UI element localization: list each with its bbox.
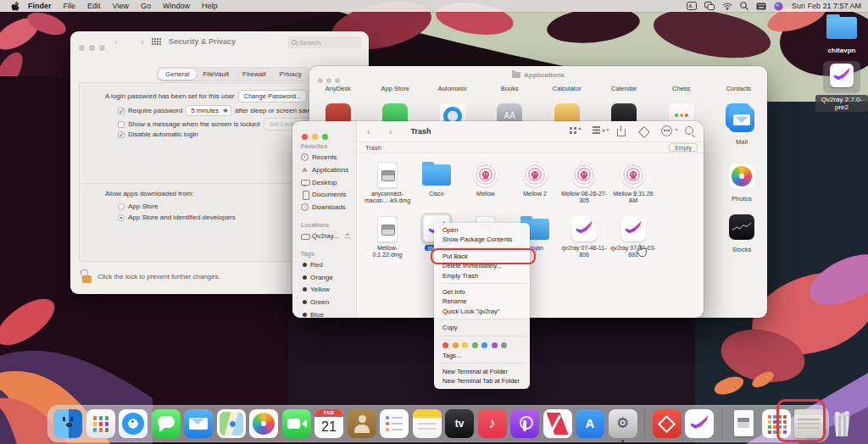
search-field[interactable]: Search xyxy=(287,36,362,48)
input-source-icon[interactable] xyxy=(687,2,697,10)
dock-icon-dmg-document[interactable] xyxy=(729,409,758,438)
share-icon[interactable] xyxy=(615,125,626,136)
menubar-clock[interactable]: Sun Feb 21 7:57 AM xyxy=(792,2,861,10)
menu-item-edit[interactable]: Edit xyxy=(87,2,101,10)
dock-icon-news[interactable] xyxy=(543,409,572,438)
file-cisco[interactable]: Cisco xyxy=(412,160,461,197)
file-mellow[interactable]: Mellow xyxy=(461,160,510,197)
dock-icon-photos[interactable] xyxy=(249,409,278,438)
context-menu-item-copy[interactable]: Copy xyxy=(434,323,530,332)
tag-color-dot[interactable] xyxy=(492,342,498,348)
sidebar-item-yellow[interactable]: Yellow xyxy=(301,286,330,293)
context-menu-item-open[interactable]: Open xyxy=(434,225,530,235)
dock-icon-minimized-window[interactable] xyxy=(794,409,823,438)
file-qv2ray-07-48-11-806[interactable]: qv2ray 07-48-11-806 xyxy=(559,214,609,258)
menu-item-window[interactable]: Window xyxy=(163,2,190,10)
tab-privacy[interactable]: Privacy xyxy=(273,69,309,80)
context-menu-item-show-package-contents[interactable]: Show Package Contents xyxy=(434,235,530,244)
zoom-button[interactable] xyxy=(99,45,105,51)
file-mellow-0-1-22-dmg[interactable]: Mellow-0.1.22.dmg xyxy=(363,214,412,258)
spotlight-icon[interactable] xyxy=(740,2,748,10)
lock-message-checkbox[interactable] xyxy=(118,121,125,128)
dock-icon-calendar[interactable]: FEB21 xyxy=(314,409,343,438)
require-password-delay-select[interactable]: 5 minutes xyxy=(186,105,231,116)
dock-icon-podcasts[interactable] xyxy=(510,409,539,438)
dock-icon-notes[interactable] xyxy=(413,409,442,438)
app-icon-stocks[interactable]: Stocks xyxy=(715,214,769,253)
context-menu-item-tags[interactable]: Tags... xyxy=(434,351,530,360)
menu-item-view[interactable]: View xyxy=(113,2,129,10)
file-qv2ray-07-50-03-692[interactable]: qv2ray 07-50-03-692 xyxy=(609,214,658,258)
dock-icon-music[interactable]: ♪ xyxy=(478,409,507,438)
menu-item-go[interactable]: Go xyxy=(141,2,151,10)
tag-color-dot[interactable] xyxy=(501,342,507,348)
tag-icon[interactable] xyxy=(638,125,649,136)
identified-developers-radio[interactable] xyxy=(118,214,125,221)
minimize-button[interactable] xyxy=(89,45,95,51)
empty-trash-button[interactable]: Empty xyxy=(669,143,698,152)
dock-icon-system-preferences[interactable]: ⚙ xyxy=(609,409,637,438)
tab-firewall[interactable]: Firewall xyxy=(236,69,273,80)
context-menu-item-new-terminal-tab-at-folder[interactable]: New Terminal Tab at Folder xyxy=(434,376,530,386)
close-button[interactable] xyxy=(318,78,323,83)
lock-icon[interactable] xyxy=(82,275,92,283)
dock-icon-messages[interactable] xyxy=(152,409,181,438)
dock-icon-safari[interactable] xyxy=(119,409,147,438)
wifi-icon[interactable] xyxy=(722,3,732,10)
file-anyconnect-macos-k9-dmg[interactable]: anyconnect-macos-...-k9.dmg xyxy=(363,160,412,204)
sidebar-item-documents[interactable]: Documents xyxy=(301,191,346,198)
sidebar-item-orange[interactable]: Orange xyxy=(301,274,333,281)
dock-icon-anydesk[interactable] xyxy=(653,409,682,438)
zoom-button[interactable] xyxy=(322,134,328,140)
appstore-radio[interactable] xyxy=(118,203,125,210)
sidebar-item-recents[interactable]: Recents xyxy=(301,153,337,161)
context-menu-item-rename[interactable]: Rename xyxy=(434,297,530,306)
app-icon-photos[interactable]: Photos xyxy=(715,164,769,203)
dock-icon-downloads-stack[interactable] xyxy=(762,409,791,438)
sidebar-item-applications[interactable]: Applications xyxy=(301,166,348,174)
back-forward-buttons[interactable]: ‹ › xyxy=(114,36,153,47)
display-icon[interactable] xyxy=(704,2,715,10)
sidebar-item-red[interactable]: Red xyxy=(301,261,323,269)
eject-icon[interactable] xyxy=(345,233,351,239)
search-icon[interactable] xyxy=(684,125,695,136)
app-icon-mail[interactable]: Mail xyxy=(715,107,769,146)
group-by-icon[interactable] xyxy=(593,125,604,136)
context-menu-item-get-info[interactable]: Get Info xyxy=(434,287,530,297)
disable-autologin-checkbox[interactable] xyxy=(118,131,125,138)
file-mellow-8-31-26-am[interactable]: Mellow 8.31.26 AM xyxy=(609,160,658,204)
context-menu-item-delete-immediately[interactable]: Delete Immediately... xyxy=(434,261,530,270)
tab-general[interactable]: General xyxy=(159,69,196,80)
tag-color-dot[interactable] xyxy=(481,342,487,348)
zoom-button[interactable] xyxy=(335,78,340,83)
keyboard-icon[interactable] xyxy=(756,3,766,10)
change-password-button[interactable]: Change Password... xyxy=(238,90,308,103)
dock-icon-qv2ray[interactable] xyxy=(685,409,714,438)
require-password-checkbox[interactable] xyxy=(118,108,125,114)
security-titlebar[interactable]: ‹ › Security & Privacy Search xyxy=(70,31,369,53)
close-button[interactable] xyxy=(302,134,308,140)
tag-color-dot[interactable] xyxy=(453,342,459,348)
more-actions-icon[interactable] xyxy=(661,125,672,136)
minimize-button[interactable] xyxy=(312,134,318,140)
minimize-button[interactable] xyxy=(326,78,331,83)
file-mellow-2[interactable]: Mellow 2 xyxy=(510,160,559,197)
dock-icon-facetime[interactable] xyxy=(282,409,311,438)
apple-menu-icon[interactable] xyxy=(10,2,19,11)
tag-color-dot[interactable] xyxy=(442,342,448,348)
dock-icon-finder[interactable] xyxy=(53,409,82,438)
context-menu-item-empty-trash[interactable]: Empty Trash xyxy=(434,271,530,280)
dock-icon-reminders[interactable] xyxy=(380,409,409,438)
close-button[interactable] xyxy=(79,45,85,51)
context-menu-item-put-back[interactable]: Put Back xyxy=(434,252,530,261)
dock-icon-maps[interactable] xyxy=(217,409,246,438)
sidebar-item-green[interactable]: Green xyxy=(301,298,329,306)
desktop-icon-chitavpn[interactable]: chitavpn xyxy=(815,14,868,54)
dock-icon-appstore[interactable]: A xyxy=(576,409,604,438)
dock-icon-launchpad[interactable] xyxy=(86,409,115,438)
file-mellow-08-26-27-305[interactable]: Mellow 08-26-27-305 xyxy=(559,160,609,204)
siri-icon[interactable] xyxy=(774,2,783,11)
tag-color-dot[interactable] xyxy=(472,342,478,348)
desktop-icon-qv2ray[interactable]: Qv2ray 2.7.0-pre2 xyxy=(815,61,868,113)
menu-item-file[interactable]: File xyxy=(64,2,76,10)
